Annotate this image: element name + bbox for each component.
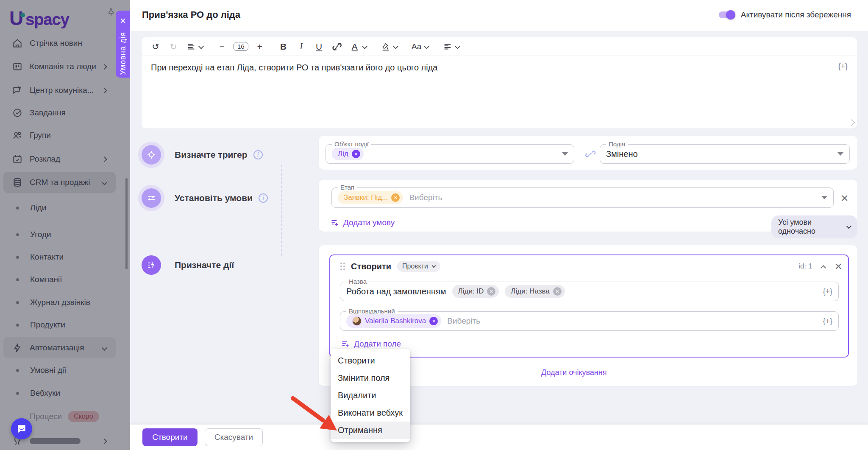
stage-placeholder: Виберіть <box>409 193 442 202</box>
event-object-field[interactable]: Об'єкт події Лід× <box>326 144 574 164</box>
step-assign-actions: Призначте дії <box>142 255 234 275</box>
editor-toolbar: ↺ ↻ − 16 + B I U A Aa <box>142 37 857 56</box>
highlight-color-icon[interactable] <box>379 40 392 53</box>
list-plus-icon <box>341 340 350 348</box>
sidebar: Uspacy Стрічка новин Компанія та люди Це… <box>0 0 130 450</box>
chevron-down-icon[interactable] <box>393 44 398 49</box>
chevron-down-icon <box>432 264 436 268</box>
chip-remove-icon[interactable]: × <box>352 150 360 158</box>
chip-lead-name[interactable]: Ліди: Назва× <box>505 285 565 298</box>
step-set-conditions: Установіть умови i <box>142 188 268 208</box>
sidebar-dim-overlay <box>0 0 130 450</box>
event-field[interactable]: Подія Змінено <box>600 144 850 164</box>
create-button[interactable]: Створити <box>142 428 198 446</box>
activate-toggle[interactable] <box>719 11 734 18</box>
action-name-value[interactable]: Робота над замовленням <box>346 287 446 296</box>
chat-bubble-icon <box>16 423 27 434</box>
insert-variable-button[interactable]: {+} <box>838 62 848 71</box>
italic-icon[interactable]: I <box>295 40 308 53</box>
responsible-field[interactable]: Відповідальний Valeriia Bashkirova × Виб… <box>340 311 839 331</box>
action-name-field[interactable]: Назва Робота над замовленням Ліди: ID× Л… <box>340 282 839 301</box>
collapse-icon[interactable] <box>821 265 826 271</box>
activate-toggle-label: Активувати після збереження <box>741 10 851 20</box>
panel-tab-conditional-action[interactable]: × Умовна дія <box>116 11 130 78</box>
chevron-down-icon[interactable] <box>362 44 367 49</box>
chip-lead-id[interactable]: Ліди: ID× <box>452 285 499 298</box>
undo-icon[interactable]: ↺ <box>149 40 162 53</box>
list-plus-icon <box>331 218 339 227</box>
conditions-mode-pill[interactable]: Усі умови одночасно <box>771 215 857 238</box>
app-window: Uspacy Стрічка новин Компанія та люди Це… <box>0 0 868 450</box>
add-condition-link[interactable]: Додати умову <box>331 218 395 227</box>
panel-header: Прив'язка РО до ліда Активувати після зб… <box>130 0 868 31</box>
action-create-card: Створити Проєкти id: 1 × Назва Робота на… <box>329 254 849 358</box>
resize-handle[interactable] <box>848 119 855 126</box>
link-icon[interactable] <box>331 40 343 53</box>
conditions-card: Етап Заявки: Під...× Виберіть × Додати у… <box>319 180 857 232</box>
editor-text[interactable]: При переході на етап Ліда, створити РО т… <box>151 63 437 73</box>
insert-variable-button[interactable]: {+} <box>823 287 832 296</box>
sliders-icon <box>142 188 161 208</box>
chevron-down-icon <box>846 224 851 229</box>
font-color-icon[interactable]: A <box>348 40 361 53</box>
chip-responsible-user[interactable]: Valeriia Bashkirova × <box>346 314 441 328</box>
target-icon <box>142 145 161 165</box>
underline-icon[interactable]: U <box>313 40 326 53</box>
chip-remove-icon[interactable]: × <box>429 317 438 325</box>
trigger-card: Об'єкт події Лід× Подія Змінено <box>319 136 857 170</box>
bold-icon[interactable]: B <box>277 40 290 53</box>
steps-connector <box>281 165 282 256</box>
chat-widget-button[interactable] <box>11 418 32 439</box>
link-fields-icon[interactable] <box>585 148 596 159</box>
close-icon[interactable]: × <box>120 16 126 26</box>
add-wait-link[interactable]: Додати очікування <box>541 368 607 377</box>
menu-item-create[interactable]: Створити <box>331 352 410 369</box>
chevron-down-icon[interactable] <box>198 44 204 49</box>
action-card-header: Створити Проєкти id: 1 × <box>330 255 848 277</box>
info-icon[interactable]: i <box>259 193 268 203</box>
dropdown-caret-icon[interactable] <box>821 196 827 199</box>
chip-stage[interactable]: Заявки: Під...× <box>338 191 403 204</box>
remove-action-icon[interactable]: × <box>835 260 842 273</box>
cancel-button[interactable]: Скасувати <box>205 428 263 446</box>
entity-select-pill[interactable]: Проєкти <box>397 261 440 272</box>
font-size-value[interactable]: 16 <box>234 40 248 53</box>
page-title: Прив'язка РО до ліда <box>142 9 240 20</box>
font-decrease-icon[interactable]: − <box>216 40 228 53</box>
description-editor: ↺ ↻ − 16 + B I U A Aa При <box>142 37 857 129</box>
dropdown-caret-icon[interactable] <box>562 152 568 156</box>
panel-tab-label: Умовна дія <box>119 32 128 75</box>
editor-content[interactable]: При переході на етап Ліда, створити РО т… <box>142 56 857 128</box>
info-icon[interactable]: i <box>253 150 263 159</box>
remove-condition-icon[interactable]: × <box>841 192 849 204</box>
chip-remove-icon[interactable]: × <box>391 193 400 202</box>
step-define-trigger: Визначте тригер i <box>142 145 263 165</box>
user-avatar <box>352 316 362 326</box>
footer-bar: Створити Скасувати <box>130 424 868 450</box>
add-field-link[interactable]: Додати поле <box>341 339 401 349</box>
event-value: Змінено <box>606 149 638 159</box>
annotation-arrow <box>271 382 360 450</box>
insert-variable-button[interactable]: {+} <box>823 317 832 326</box>
main-panel: Прив'язка РО до ліда Активувати після зб… <box>130 0 868 450</box>
chip-remove-icon[interactable]: × <box>487 287 495 296</box>
drag-handle-icon[interactable] <box>340 263 345 270</box>
dropdown-caret-icon[interactable] <box>837 152 843 156</box>
responsible-placeholder: Виберіть <box>447 316 480 326</box>
text-case-icon[interactable]: Aa <box>410 40 423 53</box>
chip-remove-icon[interactable]: × <box>553 287 562 296</box>
redo-icon[interactable]: ↻ <box>167 40 180 53</box>
stage-field[interactable]: Етап Заявки: Під...× Виберіть <box>331 187 834 208</box>
align-icon[interactable] <box>441 40 454 53</box>
chip-lead[interactable]: Лід× <box>332 148 364 160</box>
font-increase-icon[interactable]: + <box>253 40 266 53</box>
paragraph-style-icon[interactable] <box>185 40 198 53</box>
chevron-down-icon[interactable] <box>455 44 460 49</box>
action-id-label: id: 1 <box>798 262 812 271</box>
toggle-knob <box>726 10 735 20</box>
bolt-actions-icon <box>142 255 161 275</box>
chevron-down-icon[interactable] <box>424 44 429 49</box>
